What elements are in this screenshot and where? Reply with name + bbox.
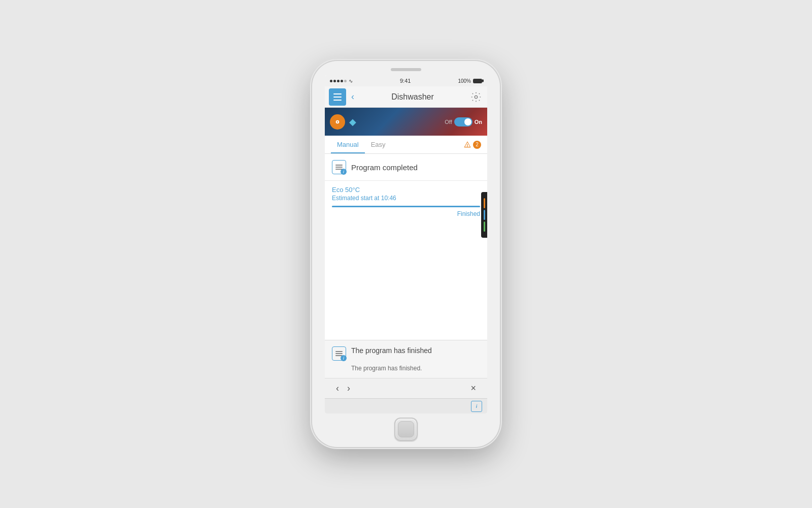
page-title: Dishwasher bbox=[356, 92, 469, 102]
notif-title: The program has finished bbox=[351, 346, 432, 355]
notif-icon bbox=[332, 346, 346, 361]
wifi-icon: ∿ bbox=[349, 78, 353, 84]
bottom-info-icon[interactable]: i bbox=[471, 401, 482, 412]
status-time: 9:41 bbox=[400, 78, 411, 84]
alert-badge[interactable]: 2 bbox=[463, 141, 481, 149]
nav-prev-button[interactable]: ‹ bbox=[332, 383, 343, 394]
back-button[interactable]: ‹ bbox=[349, 91, 356, 102]
tab-easy[interactable]: Easy bbox=[365, 137, 392, 153]
side-panel-peek bbox=[481, 192, 487, 238]
menu-button[interactable] bbox=[329, 88, 346, 106]
signal-icon bbox=[330, 80, 347, 82]
status-bar: ∿ 9:41 100% bbox=[325, 75, 487, 86]
battery-percent: 100% bbox=[458, 78, 471, 84]
eco-title: Eco 50°C bbox=[332, 186, 480, 194]
svg-point-2 bbox=[337, 121, 339, 122]
nav-close-button[interactable]: × bbox=[466, 383, 480, 394]
water-icon: ◆ bbox=[349, 116, 356, 128]
app-header: ‹ Dishwasher bbox=[325, 86, 487, 108]
bottom-bar: i bbox=[325, 398, 487, 414]
nav-next-button[interactable]: › bbox=[343, 383, 354, 394]
home-button[interactable] bbox=[394, 418, 418, 441]
phone-screen: ∿ 9:41 100% ‹ Dishwasher bbox=[325, 75, 487, 414]
content-spacer bbox=[325, 223, 487, 258]
phone-speaker bbox=[391, 68, 421, 71]
svg-point-0 bbox=[475, 96, 478, 99]
tabs-bar: Manual Easy 2 bbox=[325, 136, 487, 154]
notif-body: The program has finished. bbox=[332, 365, 480, 372]
home-button-inner bbox=[398, 421, 414, 437]
toggle-on-label: On bbox=[475, 119, 482, 125]
toggle-off-label: Off bbox=[445, 119, 452, 125]
power-toggle[interactable]: Off On bbox=[445, 117, 482, 126]
finished-label: Finished bbox=[332, 209, 480, 219]
tab-manual[interactable]: Manual bbox=[331, 137, 365, 153]
program-info-icon bbox=[332, 160, 346, 174]
program-section: Program completed bbox=[325, 154, 487, 181]
hamburger-icon bbox=[333, 93, 342, 101]
toggle-switch[interactable] bbox=[454, 117, 472, 126]
appliance-icon bbox=[330, 114, 345, 130]
battery-icon bbox=[473, 79, 482, 83]
progress-fill bbox=[332, 206, 480, 207]
alert-count: 2 bbox=[473, 141, 481, 149]
bottom-nav: ‹ › × bbox=[325, 378, 487, 398]
notification-panel: The program has finished The program has… bbox=[325, 340, 487, 378]
progress-bar bbox=[332, 206, 480, 207]
eco-section: Eco 50°C Estimated start at 10:46 Finish… bbox=[325, 181, 487, 223]
phone-frame: ∿ 9:41 100% ‹ Dishwasher bbox=[312, 61, 500, 447]
main-content: Program completed Eco 50°C Estimated sta… bbox=[325, 154, 487, 338]
program-status: Program completed bbox=[351, 163, 418, 172]
eco-subtitle: Estimated start at 10:46 bbox=[332, 195, 480, 202]
settings-button[interactable] bbox=[469, 90, 483, 104]
hero-banner: ◆ Off On bbox=[325, 108, 487, 136]
